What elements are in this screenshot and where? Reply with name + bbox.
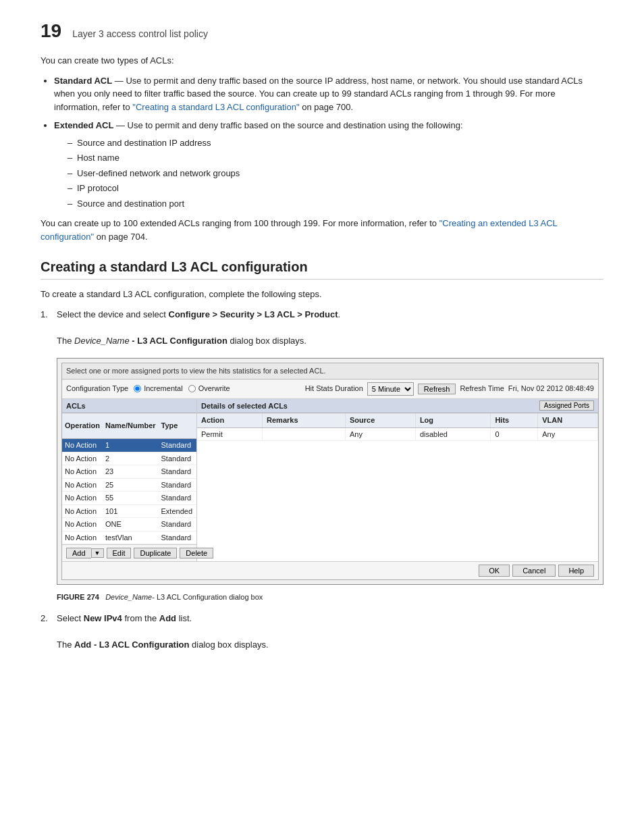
step2-add: Add <box>159 613 176 623</box>
sub-item-3: User-defined network and network groups <box>68 167 603 180</box>
extended-note-text: You can create up to 100 extended ACLs r… <box>41 218 439 228</box>
incremental-radio-group: Incremental <box>134 383 182 394</box>
cancel-button[interactable]: Cancel <box>512 565 556 577</box>
acl-name: 55 <box>103 492 159 505</box>
acl-ipv: IPv4 <box>195 504 196 518</box>
acl-table: Operation Name/Number Type IPv4 /▲ No Ac… <box>62 413 196 544</box>
section-intro: To create a standard L3 ACL configuratio… <box>41 288 603 301</box>
col-vlan: VLAN <box>538 413 598 427</box>
det-vlan: Any <box>538 427 598 441</box>
figure-device-name: Device_Name <box>105 593 152 601</box>
figure-label: FIGURE 274 <box>57 593 99 601</box>
bullet-extended: Extended ACL — Use to permit and deny tr… <box>54 119 603 210</box>
extended-acl-text: — Use to permit and deny traffic based o… <box>116 120 463 130</box>
details-scroll[interactable]: Action Remarks Source Log Hits VLAN <box>197 413 598 561</box>
toolbar-right: Hit Stats Duration 5 Minute Refresh Refr… <box>305 382 594 396</box>
standard-acl-page: on page 700. <box>302 102 353 112</box>
overwrite-radio[interactable] <box>188 385 196 392</box>
acl-ipv: IPv4 <box>195 531 196 544</box>
acl-op: No Action <box>62 478 103 492</box>
details-table-row: Permit Any disabled 0 Any <box>197 427 598 441</box>
acl-type: Standard <box>159 465 195 479</box>
det-hits: 0 <box>491 427 538 441</box>
overwrite-radio-group: Overwrite <box>188 383 230 394</box>
acl-op: No Action <box>62 439 103 452</box>
acl-table-row[interactable]: No Action 25 Standard IPv4 <box>62 478 196 492</box>
acl-table-row[interactable]: No Action 23 Standard IPv4 <box>62 465 196 479</box>
acl-table-row[interactable]: No Action 55 Standard IPv4 <box>62 492 196 505</box>
dialog-inner: Select one or more assigned ports to vie… <box>61 363 599 580</box>
step2-new-ipv4: New IPv4 <box>84 613 122 623</box>
acl-ipv: IPv4 <box>195 465 196 479</box>
figure-number: 274 <box>87 593 99 601</box>
acl-name: 101 <box>103 504 159 518</box>
details-panel-header: Details of selected ACLs Assigned Ports <box>197 399 598 414</box>
acl-op: No Action <box>62 452 103 465</box>
ok-button[interactable]: OK <box>479 565 510 577</box>
acl-type: Standard <box>159 478 195 492</box>
col-name-number: Name/Number <box>103 413 159 439</box>
hit-stats-label: Hit Stats Duration <box>305 383 363 394</box>
acl-table-row[interactable]: No Action 101 Extended IPv4 <box>62 504 196 518</box>
assigned-ports-button[interactable]: Assigned Ports <box>539 400 594 411</box>
acl-footer: Add ▼ Edit Duplicate Delete <box>62 544 196 561</box>
acl-table-row[interactable]: No Action testVlan Standard IPv4 <box>62 531 196 544</box>
chapter-header: 19 Layer 3 access control list policy <box>41 20 603 42</box>
step2-text: Select New IPv4 from the Add list. <box>57 613 192 623</box>
step1-sub: The Device_Name - L3 ACL Configuration d… <box>57 336 306 346</box>
refresh-time-value: Fri, Nov 02 2012 08:48:49 <box>508 383 594 394</box>
acl-name: 23 <box>103 465 159 479</box>
acl-type: Standard <box>159 531 195 544</box>
standard-acl-link[interactable]: "Creating a standard L3 ACL configuratio… <box>132 102 299 112</box>
sub-item-1: Source and destination IP address <box>68 136 603 150</box>
sub-item-2: Host name <box>68 151 603 165</box>
step1-bold: Configure > Security > L3 ACL > Product <box>169 309 338 319</box>
col-ipv4: IPv4 /▲ <box>195 413 196 439</box>
acl-table-row[interactable]: No Action ONE Standard IPv4 <box>62 518 196 531</box>
help-button[interactable]: Help <box>558 565 594 577</box>
incremental-radio[interactable] <box>134 385 141 392</box>
extended-acl-label: Extended ACL <box>54 120 113 130</box>
add-dropdown-arrow[interactable]: ▼ <box>91 548 104 558</box>
add-button[interactable]: Add <box>66 548 91 558</box>
acl-op: No Action <box>62 531 103 544</box>
acl-scroll[interactable]: Operation Name/Number Type IPv4 /▲ No Ac… <box>62 413 196 544</box>
edit-button[interactable]: Edit <box>107 548 132 558</box>
duplicate-button[interactable]: Duplicate <box>134 548 177 558</box>
sub-item-5: Source and destination port <box>68 197 603 211</box>
det-source: Any <box>345 427 415 441</box>
acl-name: 25 <box>103 478 159 492</box>
acl-table-row[interactable]: No Action 1 Standard Pv4 <box>62 439 196 452</box>
intro-paragraph: You can create two types of ACLs: <box>41 54 603 68</box>
acl-type: Standard <box>159 492 195 505</box>
det-action: Permit <box>197 427 263 441</box>
col-log: Log <box>415 413 491 427</box>
dialog-main: ACLs Operation Name/Number Type IPv4 /▲ <box>62 399 598 561</box>
acl-name: 2 <box>103 452 159 465</box>
sub-item-4: IP protocol <box>68 182 603 195</box>
refresh-button[interactable]: Refresh <box>418 384 456 394</box>
config-type-label: Configuration Type <box>66 383 128 394</box>
extended-note: You can create up to 100 extended ACLs r… <box>41 217 603 243</box>
acl-op: No Action <box>62 465 103 479</box>
acl-type: Standard <box>159 439 195 452</box>
refresh-time-label: Refresh Time <box>460 383 504 394</box>
col-remarks: Remarks <box>263 413 346 427</box>
dialog-toolbar: Configuration Type Incremental Overwrite… <box>62 380 598 399</box>
figure-caption-text: - L3 ACL Configuration dialog box <box>152 593 263 601</box>
acl-op: No Action <box>62 504 103 518</box>
chapter-number: 19 <box>41 20 61 42</box>
steps-list: Select the device and select Configure >… <box>41 308 603 652</box>
duration-select[interactable]: 5 Minute <box>367 382 414 396</box>
acl-table-row[interactable]: No Action 2 Standard IPv4 <box>62 452 196 465</box>
extended-acl-sublist: Source and destination IP address Host n… <box>68 136 603 211</box>
dialog-info-bar: Select one or more assigned ports to vie… <box>62 363 598 380</box>
acl-name: testVlan <box>103 531 159 544</box>
acl-op: No Action <box>62 518 103 531</box>
step2-sub: The Add - L3 ACL Configuration dialog bo… <box>57 640 269 650</box>
col-source: Source <box>345 413 415 427</box>
det-remarks <box>263 427 346 441</box>
step1-device-name: Device_Name <box>74 336 130 346</box>
acl-type: Standard <box>159 518 195 531</box>
details-table: Action Remarks Source Log Hits VLAN <box>197 413 598 441</box>
